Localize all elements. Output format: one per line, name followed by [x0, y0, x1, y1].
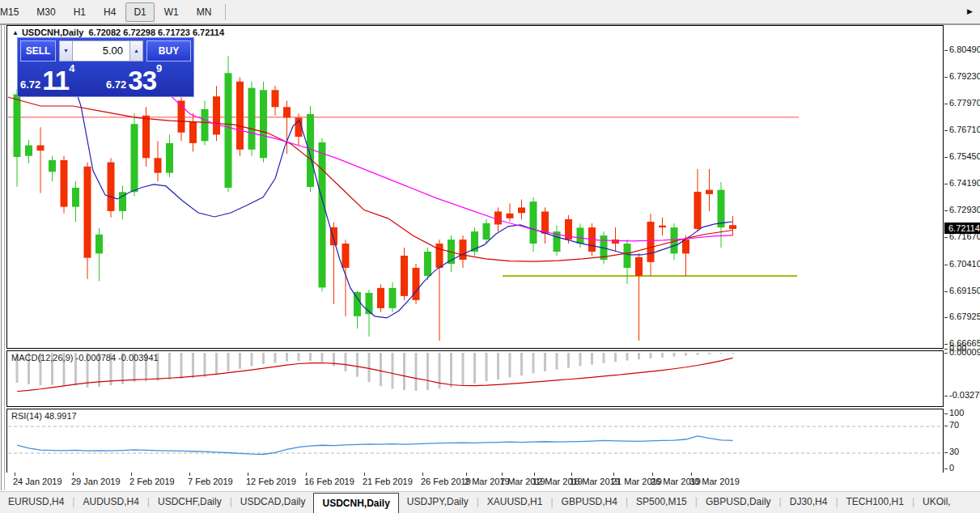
window-left-border — [1, 25, 2, 490]
buy-price-sup: 9 — [156, 64, 162, 74]
macd-histogram-bar — [345, 353, 347, 371]
date-tick — [306, 473, 307, 476]
macd-histogram-bar — [567, 353, 570, 368]
sell-button[interactable]: SELL — [20, 40, 56, 61]
timeframe-button-m15[interactable]: M15 — [0, 2, 27, 22]
date-axis-label: 29 Jan 2019 — [71, 477, 121, 486]
macd-axis-label-tick — [944, 349, 948, 350]
macd-histogram-bar — [168, 353, 171, 379]
macd-histogram-bar — [450, 353, 452, 387]
chart-tab-usdcad-daily[interactable]: USDCAD,Daily — [232, 492, 314, 513]
macd-histogram-bar — [732, 353, 734, 354]
candle-body — [530, 201, 537, 244]
rsi-line — [17, 436, 733, 455]
one-click-collapse-icon[interactable]: ▲ — [12, 29, 19, 36]
macd-histogram-bar — [321, 353, 324, 362]
macd-histogram-bar — [614, 353, 617, 362]
buy-price-prefix: 6.72 — [106, 77, 126, 93]
candle-body — [213, 96, 220, 134]
macd-axis-label-tick — [944, 353, 948, 354]
price-axis-label-tick — [944, 317, 948, 318]
rsi-axis-label-tick — [944, 468, 948, 469]
macd-histogram-bar — [661, 353, 664, 358]
rsi-chart — [7, 409, 941, 471]
volume-increase-button[interactable]: ▲ — [129, 40, 143, 61]
timeframe-button-mn[interactable]: MN — [189, 2, 220, 22]
candle-body — [155, 158, 162, 172]
macd-histogram-bar — [392, 353, 394, 388]
candle-body — [166, 143, 173, 173]
candle-body — [718, 190, 725, 227]
price-axis-label: 6.80490 — [949, 45, 980, 54]
timeframe-button-h1[interactable]: H1 — [66, 2, 94, 22]
macd-histogram-bar — [720, 353, 723, 354]
macd-histogram-bar — [685, 353, 687, 356]
chart-tab-usdcnh-daily[interactable]: USDCNH,Daily — [313, 493, 398, 513]
timeframe-button-m30[interactable]: M30 — [28, 2, 63, 22]
buy-price-display[interactable]: 6.72 33 9 — [106, 64, 191, 94]
chart-tab-gbpusd-h4[interactable]: GBPUSD,H4 — [554, 492, 626, 513]
chart-tab-usdjpy-daily[interactable]: USDJPY,Daily — [399, 492, 477, 513]
macd-histogram-bar — [274, 353, 277, 362]
price-axis-label-tick — [944, 184, 948, 184]
candle-body — [342, 244, 350, 268]
chart-tab-sp500-m15[interactable]: SP500,M15 — [628, 492, 695, 513]
rsi-axis-label: 100 — [949, 408, 964, 418]
price-chart-panel[interactable]: ▲USDCNH,Daily 6.72082 6.72298 6.71723 6.… — [6, 25, 944, 349]
date-axis-label: 7 Feb 2019 — [188, 477, 233, 486]
price-axis-label: 6.75450 — [949, 151, 980, 161]
chart-tab-tech100-h1[interactable]: TECH100,H1 — [838, 492, 912, 513]
macd-histogram-bar — [556, 353, 558, 370]
candle-body — [577, 227, 584, 244]
window-left-border-inner — [4, 25, 5, 490]
candle-body — [541, 211, 549, 233]
timeframe-button-d1[interactable]: D1 — [125, 2, 154, 22]
ohlc-open: 6.72082 — [88, 28, 121, 37]
macd-histogram-bar — [497, 353, 499, 379]
candle-body — [84, 167, 91, 258]
date-tick — [73, 473, 74, 476]
candle-body — [624, 244, 631, 268]
volume-decrease-button[interactable]: ▼ — [59, 40, 73, 61]
buy-button[interactable]: BUY — [146, 40, 191, 61]
chart-tab-audusd-h4[interactable]: AUDUSD,H4 — [74, 492, 146, 513]
chart-tab-ukoil-[interactable]: UKOil, — [914, 492, 959, 513]
candle-body — [61, 160, 68, 207]
chart-tab-dj30-h4[interactable]: DJ30,H4 — [782, 492, 836, 513]
date-tick — [691, 473, 692, 476]
price-axis[interactable]: 6.804906.792306.779706.767106.754506.741… — [944, 25, 980, 490]
macd-axis-label: -0.032793 — [949, 390, 980, 400]
ma-red-mid-line[interactable] — [8, 97, 732, 261]
macd-histogram-bar — [708, 353, 711, 354]
timeframe-toolbar: M15M30H1H4D1W1MN — [0, 0, 980, 23]
candle-body — [706, 190, 713, 194]
rsi-indicator-panel[interactable]: RSI(14) 48.9917 — [6, 409, 944, 473]
timeframe-button-h4[interactable]: H4 — [95, 2, 124, 22]
sell-price-display[interactable]: 6.72 11 4 — [20, 64, 100, 94]
macd-axis-label: 0.0000953 — [949, 347, 980, 357]
candle-body — [260, 90, 267, 158]
volume-input[interactable]: 5.00 — [73, 40, 129, 61]
tab-scroll-right-button[interactable]: ▶ — [962, 6, 978, 16]
price-axis-label-tick — [944, 237, 948, 238]
macd-histogram-bar — [286, 353, 288, 362]
chart-tab-gbpusd-daily[interactable]: GBPUSD,Daily — [698, 492, 779, 513]
chart-tab-usdchf-daily[interactable]: USDCHF,Daily — [150, 492, 230, 513]
date-axis[interactable]: 24 Jan 201929 Jan 20192 Feb 20197 Feb 20… — [6, 473, 980, 490]
macd-indicator-panel[interactable]: MACD(12,26,9) -0.000784 -0.003941 — [6, 350, 944, 407]
macd-histogram-bar — [673, 353, 676, 357]
price-axis-label-tick — [944, 265, 948, 265]
rsi-axis-label: 0 — [949, 463, 954, 473]
timeframe-button-w1[interactable]: W1 — [156, 2, 187, 22]
chart-tab-xauusd-h1[interactable]: XAUUSD,H1 — [479, 492, 551, 513]
macd-histogram-bar — [227, 353, 230, 371]
candle-body — [283, 107, 291, 117]
chart-tab-eurusd-h4[interactable]: EURUSD,H4 — [0, 492, 72, 513]
macd-axis-label-tick — [944, 396, 948, 396]
date-axis-label: 30 Mar 2019 — [689, 477, 740, 486]
timeframe-buttons: M15M30H1H4D1W1MN — [0, 0, 231, 23]
macd-histogram-bar — [486, 353, 488, 381]
macd-histogram-bar — [532, 353, 535, 374]
macd-histogram-bar — [239, 353, 241, 369]
price-axis-label: 6.77970 — [949, 98, 980, 108]
